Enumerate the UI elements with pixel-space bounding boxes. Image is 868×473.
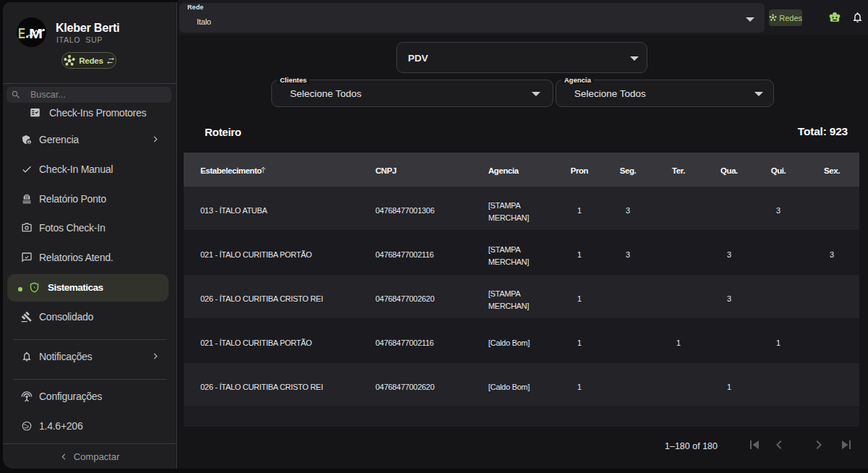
svg-text:E: E	[18, 25, 25, 41]
svg-text:M: M	[29, 26, 43, 41]
